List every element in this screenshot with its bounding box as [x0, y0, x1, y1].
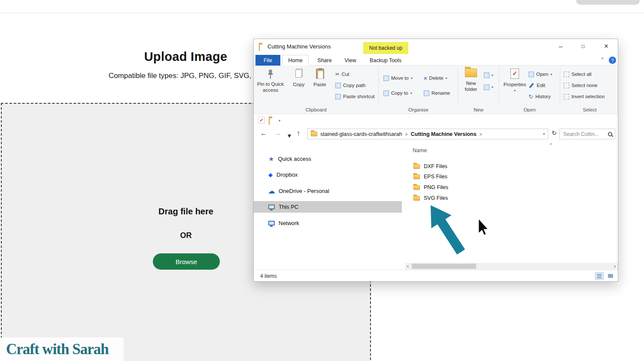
- paste-button[interactable]: Paste: [310, 69, 329, 87]
- tab-share[interactable]: Share: [314, 55, 335, 66]
- history-button[interactable]: ↻ History: [529, 92, 551, 101]
- properties-label: Properties: [504, 81, 526, 87]
- tab-file[interactable]: File: [255, 55, 280, 66]
- paste-shortcut-icon: [335, 94, 341, 99]
- new-item-button[interactable]: ▾: [484, 71, 493, 79]
- cut-label: Cut: [342, 72, 349, 77]
- paste-label: Paste: [313, 81, 326, 87]
- folder-icon: [413, 174, 420, 179]
- new-group-label: New: [459, 107, 498, 112]
- details-view-icon[interactable]: [595, 272, 604, 280]
- onedrive-cloud-icon: ☁: [268, 187, 275, 195]
- scrollbar-thumb[interactable]: [412, 264, 476, 269]
- window-title: Cutting Machine Versions: [267, 43, 331, 50]
- browse-button[interactable]: Browse: [153, 253, 220, 270]
- recent-locations-icon[interactable]: ▾: [288, 132, 291, 140]
- pin-icon: [267, 69, 274, 80]
- pin-label-1: Pin to Quick: [257, 81, 284, 87]
- thumbnail-view-icon[interactable]: [606, 272, 615, 280]
- chevron-down-icon: ▾: [550, 72, 552, 76]
- invert-selection-label: Invert selection: [571, 94, 605, 99]
- search-box[interactable]: [559, 129, 615, 139]
- pin-to-quick-access-button[interactable]: Pin to Quick access: [257, 69, 284, 93]
- sidebar-item-quick-access[interactable]: ★ Quick access: [254, 153, 402, 165]
- tab-home[interactable]: Home: [282, 55, 309, 66]
- properties-button[interactable]: ✓ Properties ▾: [504, 69, 526, 93]
- cut-button[interactable]: ✂ Cut: [335, 70, 349, 78]
- help-icon[interactable]: ?: [609, 57, 616, 64]
- move-to-button[interactable]: Move to ▾: [383, 74, 413, 82]
- move-to-label: Move to: [391, 75, 409, 81]
- address-bar[interactable]: stained-glass-cards-craftwithsarah > Cut…: [307, 129, 548, 139]
- sidebar-item-onedrive[interactable]: ☁ OneDrive - Personal: [254, 185, 402, 197]
- paste-shortcut-button[interactable]: Paste shortcut: [335, 92, 375, 101]
- delete-label: Delete: [429, 75, 444, 81]
- paste-shortcut-label: Paste shortcut: [343, 94, 375, 99]
- sidebar-item-dropbox[interactable]: ◆ Dropbox: [254, 169, 402, 180]
- breadcrumb-parent[interactable]: stained-glass-cards-craftwithsarah: [320, 131, 402, 137]
- chevron-down-icon: ▾: [514, 89, 516, 93]
- new-folder-label-1: New: [466, 80, 476, 86]
- sidebar-item-network[interactable]: Network: [254, 217, 402, 229]
- search-input[interactable]: [563, 131, 606, 137]
- horizontal-scrollbar[interactable]: ‹ ›: [405, 263, 618, 270]
- chevron-down-icon: ▾: [492, 85, 493, 89]
- chevron-down-icon: ▾: [410, 91, 412, 95]
- star-icon: ★: [268, 155, 274, 163]
- sort-icon[interactable]: ^: [550, 143, 552, 147]
- copy-to-icon: [383, 90, 389, 96]
- open-button[interactable]: Open ▾: [529, 70, 552, 78]
- close-button[interactable]: ×: [595, 39, 617, 53]
- title-bar[interactable]: Cutting Machine Versions Not backed up –…: [254, 39, 618, 55]
- new-folder-quick-icon[interactable]: [269, 118, 270, 125]
- rename-button[interactable]: Rename: [424, 89, 450, 97]
- forward-icon[interactable]: →: [274, 129, 281, 137]
- sidebar-item-label: This PC: [279, 204, 298, 210]
- ribbon-divider: [458, 68, 458, 105]
- copy-path-button[interactable]: Copy path: [335, 81, 365, 90]
- sidebar-item-this-pc[interactable]: This PC: [254, 201, 402, 213]
- file-explorer-window: Cutting Machine Versions Not backed up –…: [253, 39, 618, 282]
- copy-path-label: Copy path: [343, 83, 365, 88]
- item-count: 4 items: [260, 273, 277, 279]
- new-folder-button[interactable]: New folder: [461, 69, 481, 93]
- edit-button[interactable]: Edit: [529, 81, 545, 90]
- collapse-ribbon-icon[interactable]: ^: [598, 57, 607, 62]
- file-row-png[interactable]: PNG Files: [408, 182, 610, 193]
- delete-icon: ×: [424, 75, 427, 81]
- copy-button[interactable]: Copy: [290, 69, 308, 87]
- open-icon: [529, 72, 534, 77]
- open-label: Open: [536, 72, 548, 77]
- back-icon[interactable]: ←: [260, 129, 267, 137]
- copy-to-button[interactable]: Copy to ▾: [383, 89, 412, 97]
- select-none-button[interactable]: Select none: [564, 81, 598, 90]
- address-dropdown-icon[interactable]: ▾: [543, 132, 545, 136]
- tab-view[interactable]: View: [340, 55, 360, 66]
- paste-icon: [316, 69, 324, 79]
- easy-access-button[interactable]: ▾: [484, 83, 493, 91]
- minimize-button[interactable]: –: [550, 39, 571, 53]
- up-icon[interactable]: ↑: [297, 129, 300, 137]
- edit-label: Edit: [537, 83, 545, 88]
- file-row-svg[interactable]: SVG Files: [408, 193, 610, 203]
- file-row-dxf[interactable]: DXF Files: [408, 161, 610, 171]
- delete-button[interactable]: × Delete ▾: [424, 74, 447, 82]
- breadcrumb-separator: >: [480, 132, 482, 137]
- maximize-button[interactable]: □: [572, 39, 594, 53]
- scroll-left-icon[interactable]: ‹: [405, 263, 411, 270]
- file-row-eps[interactable]: EPS Files: [408, 171, 610, 182]
- backup-status-badge: Not backed up: [363, 42, 408, 54]
- name-column-header[interactable]: Name: [413, 147, 427, 153]
- properties-quick-icon[interactable]: ✓: [258, 117, 265, 123]
- select-none-label: Select none: [571, 83, 598, 88]
- breadcrumb-current[interactable]: Cutting Machine Versions: [411, 131, 477, 137]
- customize-toolbar-icon[interactable]: ▾: [279, 119, 280, 123]
- invert-selection-button[interactable]: Invert selection: [564, 92, 605, 101]
- select-group-label: Select: [561, 107, 619, 112]
- chevron-down-icon: ▾: [492, 73, 493, 77]
- tab-backup-tools[interactable]: Backup Tools: [366, 55, 405, 66]
- scroll-right-icon[interactable]: ›: [612, 263, 618, 270]
- select-all-button[interactable]: Select all: [564, 70, 592, 78]
- file-name: PNG Files: [424, 184, 448, 190]
- refresh-icon[interactable]: ↻: [552, 129, 557, 136]
